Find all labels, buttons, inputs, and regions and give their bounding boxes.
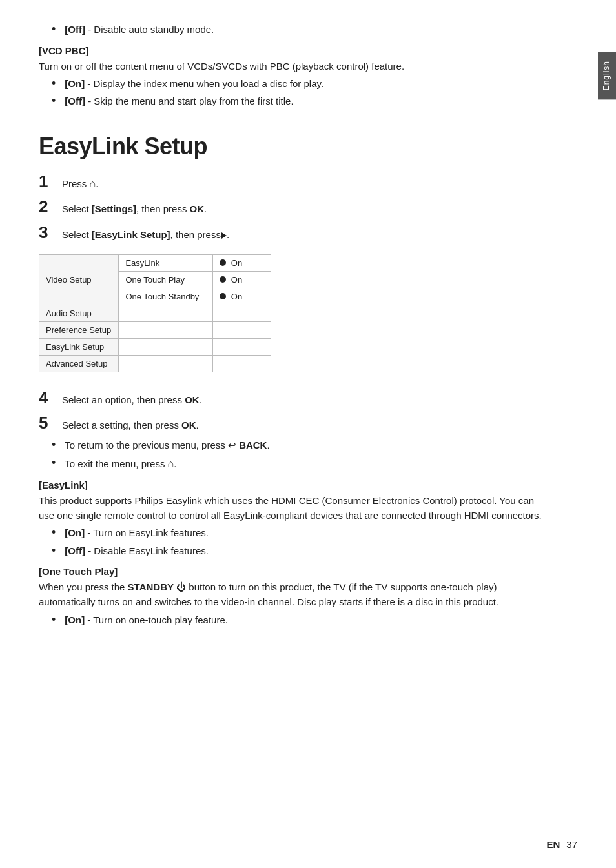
step-5: 5 Select a setting, then press OK. xyxy=(39,413,542,433)
table-cell-easylink: EasyLink xyxy=(119,254,213,271)
step-2-num: 2 xyxy=(39,197,62,217)
sub-bullet-back: • To return to the previous menu, press … xyxy=(52,438,542,453)
easylink-description: This product supports Philips Easylink w… xyxy=(39,493,542,523)
table-cell-advanced-setup: Advanced Setup xyxy=(39,355,119,372)
table-row: Audio Setup xyxy=(39,305,271,321)
step-1-num: 1 xyxy=(39,172,62,192)
section-divider xyxy=(39,121,542,121)
table-cell-ots-val: On xyxy=(213,288,271,305)
easylink-section: [EasyLink] This product supports Philips… xyxy=(39,479,542,559)
page-number-row: EN 37 xyxy=(546,839,577,850)
table-cell-one-touch-play: One Touch Play xyxy=(119,271,213,288)
easylink-on-text: [On] - Turn on EasyLink features. xyxy=(65,526,209,541)
intro-bullet-text: [Off] - Disable auto standby mode. xyxy=(65,23,214,37)
intro-bullet-off: • [Off] - Disable auto standby mode. xyxy=(52,23,542,37)
table-cell-video-setup: Video Setup xyxy=(39,254,119,305)
bullet-dot: • xyxy=(52,94,56,108)
table-cell-pref-val xyxy=(213,321,271,338)
bullet-dot: • xyxy=(52,456,56,470)
table-cell-easylink-setup: EasyLink Setup xyxy=(39,338,119,355)
one-touch-play-description: When you press the STANDBY ⏻ button to t… xyxy=(39,580,542,610)
settings-table: Video Setup EasyLink On One Touch Play O… xyxy=(39,254,271,372)
step-4-text: Select an option, then press OK. xyxy=(62,392,202,408)
step-2: 2 Select [Settings], then press OK. xyxy=(39,197,542,217)
step-4-num: 4 xyxy=(39,388,62,408)
one-touch-play-section: [One Touch Play] When you press the STAN… xyxy=(39,566,542,627)
vcd-pbc-off: • [Off] - Skip the menu and start play f… xyxy=(52,94,542,109)
easylink-setup-heading: EasyLink Setup xyxy=(39,133,542,160)
step-2-text: Select [Settings], then press OK. xyxy=(62,201,207,217)
vcd-pbc-on: • [On] - Display the index menu when you… xyxy=(52,77,542,92)
side-tab-label: English xyxy=(602,61,611,90)
easylink-off: • [Off] - Disable EasyLink features. xyxy=(52,544,542,559)
table-cell-preference-setup: Preference Setup xyxy=(39,321,119,338)
sub-bullet-back-text: To return to the previous menu, press ↩ … xyxy=(65,438,269,453)
table-cell-one-touch-standby: One Touch Standby xyxy=(119,288,213,305)
table-row: Advanced Setup xyxy=(39,355,271,372)
table-cell-easylink-val: On xyxy=(213,254,271,271)
standby-icon: ⏻ xyxy=(174,581,186,592)
dot-filled xyxy=(220,259,226,266)
bullet-dot: • xyxy=(52,613,56,627)
table-cell-easylink-item xyxy=(119,338,213,355)
table-cell-el-val xyxy=(213,338,271,355)
easylink-on: • [On] - Turn on EasyLink features. xyxy=(52,526,542,541)
table-cell-audio-setup: Audio Setup xyxy=(39,305,119,321)
step-3-num: 3 xyxy=(39,223,62,243)
home-icon: ⌂ xyxy=(90,178,96,189)
bullet-dot: • xyxy=(52,526,56,540)
easylink-heading: [EasyLink] xyxy=(39,479,542,490)
page-number: 37 xyxy=(566,839,577,850)
step-1: 1 Press ⌂. xyxy=(39,172,542,192)
one-touch-play-heading: [One Touch Play] xyxy=(39,566,542,577)
side-tab: English xyxy=(598,52,616,99)
bullet-dot: • xyxy=(52,438,56,452)
vcd-pbc-section: [VCD PBC] Turn on or off the content men… xyxy=(39,45,542,109)
step-3-text: Select [EasyLink Setup], then press. xyxy=(62,227,229,243)
step-3: 3 Select [EasyLink Setup], then press. xyxy=(39,223,542,243)
otp-on: • [On] - Turn on one-touch play feature. xyxy=(52,613,542,628)
back-icon: ↩ xyxy=(228,439,236,450)
step-5-num: 5 xyxy=(39,413,62,433)
table-cell-otp-val: On xyxy=(213,271,271,288)
bullet-dot: • xyxy=(52,544,56,558)
table-cell-pref-item xyxy=(119,321,213,338)
vcd-pbc-description: Turn on or off the content menu of VCDs/… xyxy=(39,59,542,74)
table-row: Video Setup EasyLink On xyxy=(39,254,271,271)
step-1-text: Press ⌂. xyxy=(62,176,98,192)
step-4: 4 Select an option, then press OK. xyxy=(39,388,542,408)
en-label: EN xyxy=(546,839,560,850)
sub-bullet-exit-text: To exit the menu, press ⌂. xyxy=(65,456,176,472)
bullet-dot: • xyxy=(52,23,56,37)
table-row: Preference Setup xyxy=(39,321,271,338)
table-cell-adv-item xyxy=(119,355,213,372)
otp-on-text: [On] - Turn on one-touch play feature. xyxy=(65,613,228,628)
dot-filled xyxy=(220,276,226,283)
dot-filled xyxy=(220,293,226,299)
home-icon-2: ⌂ xyxy=(168,458,174,469)
table-cell-audio-val xyxy=(213,305,271,321)
vcd-pbc-on-text: [On] - Display the index menu when you l… xyxy=(65,77,323,92)
vcd-pbc-off-text: [Off] - Skip the menu and start play fro… xyxy=(65,94,293,109)
table-cell-audio-item xyxy=(119,305,213,321)
arrow-right-icon xyxy=(221,232,227,239)
table-cell-adv-val xyxy=(213,355,271,372)
table-row: EasyLink Setup xyxy=(39,338,271,355)
bullet-dot: • xyxy=(52,77,56,91)
easylink-off-text: [Off] - Disable EasyLink features. xyxy=(65,544,209,559)
sub-bullet-exit: • To exit the menu, press ⌂. xyxy=(52,456,542,472)
step-5-text: Select a setting, then press OK. xyxy=(62,418,199,433)
vcd-pbc-heading: [VCD PBC] xyxy=(39,45,542,56)
